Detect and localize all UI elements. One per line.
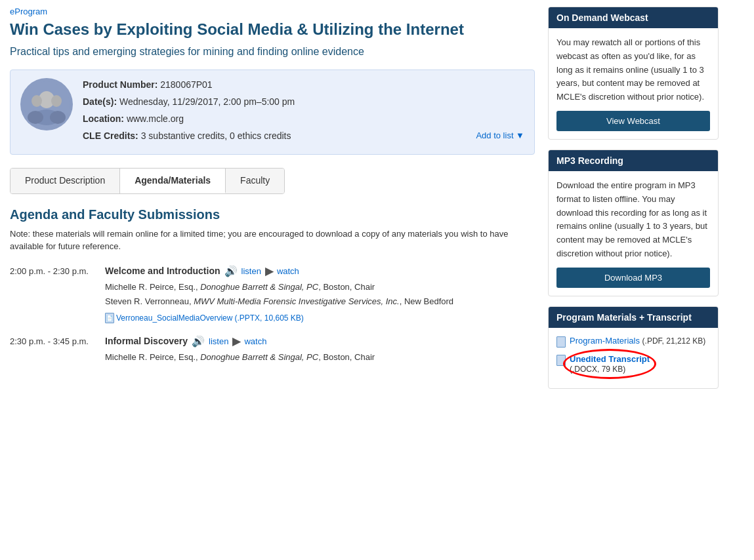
video-icon-2: ▶ [232,335,240,348]
listen-link-1[interactable]: listen [241,266,261,276]
tab-product-description[interactable]: Product Description [10,169,120,193]
file-icon-1: 📄 [105,313,114,323]
watch-link-1[interactable]: watch [277,266,299,276]
session-title-1: Welcome and Introduction 🔊 listen ▶ watc… [105,265,535,277]
agenda-time-2: 2:30 p.m. - 3:45 p.m. [10,335,95,366]
pm-file-content-2: Unedited Transcript (.DOCX, 79 KB) [570,354,650,374]
program-materials-body: Program-Materials (.PDF, 21,212 KB) Uned… [549,328,718,388]
highlight-overlay [563,349,656,379]
listen-link-2[interactable]: listen [209,336,228,346]
session-name-2: Informal Discovery [105,336,188,346]
tab-faculty[interactable]: Faculty [226,169,284,193]
main-content: eProgram Win Cases by Exploiting Social … [10,7,548,389]
svg-point-2 [31,95,42,107]
product-image [20,78,73,130]
product-info-box: Product Number: 2180067P01 Date(s): Wedn… [10,70,535,155]
add-to-list-button[interactable]: Add to list ▼ [476,129,524,142]
cle-value: 3 substantive credits, 0 ethics credits [141,130,291,141]
agenda-body-2: Informal Discovery 🔊 listen ▶ watch Mich… [105,335,535,366]
webcast-text: You may rewatch all or portions of this … [556,37,704,102]
video-icon-1: ▶ [265,265,273,277]
agenda-body-1: Welcome and Introduction 🔊 listen ▶ watc… [105,265,535,323]
webcast-section: On Demand Webcast You may rewatch all or… [548,7,719,140]
file-name-1: Verroneau_SocialMediaOverview [116,313,232,323]
pm-file-ext-1: (.PDF, 21,212 KB) [642,336,706,346]
location-label: Location: [83,113,124,124]
file-ext-1: (.PPTX, 10,605 KB) [234,313,303,323]
mp3-body: Download the entire program in MP3 forma… [549,171,718,296]
session-title-2: Informal Discovery 🔊 listen ▶ watch [105,335,535,348]
product-number-label: Product Number: [83,79,157,90]
dates-row: Date(s): Wednesday, 11/29/2017, 2:00 pm–… [83,95,524,109]
pm-file-ext-2: (.DOCX, 79 KB) [570,365,625,374]
pm-file-1: Program-Materials (.PDF, 21,212 KB) [556,336,710,348]
sidebar: On Demand Webcast You may rewatch all or… [548,7,719,389]
mp3-section: MP3 Recording Download the entire progra… [548,150,719,296]
cle-label: CLE Credits: [83,130,138,141]
svg-point-5 [28,111,43,124]
webcast-header: On Demand Webcast [549,7,718,28]
info-details: Product Number: 2180067P01 Date(s): Wedn… [83,78,524,146]
audio-icon-1: 🔊 [224,265,238,277]
highlight-circle: Unedited Transcript (.DOCX, 79 KB) [570,354,650,374]
dates-value: Wednesday, 11/29/2017, 2:00 pm–5:00 pm [119,96,295,107]
download-mp3-button[interactable]: Download MP3 [556,268,710,288]
audio-icon-2: 🔊 [192,335,205,348]
location-row: Location: www.mcle.org [83,112,524,126]
unedited-transcript-link[interactable]: Unedited Transcript [570,354,650,364]
agenda-item-1: 2:00 p.m. - 2:30 p.m. Welcome and Introd… [10,265,535,323]
speaker-1-1: Michelle R. Peirce, Esq., Donoghue Barre… [105,281,535,294]
agenda-time-1: 2:00 p.m. - 2:30 p.m. [10,265,95,323]
svg-point-6 [50,111,66,124]
file-1: 📄 Verroneau_SocialMediaOverview (.PPTX, … [105,310,535,323]
pm-file-icon-2 [556,355,566,366]
product-number-value: 2180067P01 [160,79,212,90]
product-number-row: Product Number: 2180067P01 [83,78,524,92]
pm-file-content-1: Program-Materials (.PDF, 21,212 KB) [570,336,705,346]
location-value: www.mcle.org [127,113,184,124]
svg-point-3 [51,95,62,107]
agenda-note: Note: these materials will remain online… [10,228,535,253]
session-name-1: Welcome and Introduction [105,266,220,276]
pm-file-icon-1 [556,336,566,348]
webcast-body: You may rewatch all or portions of this … [549,28,718,139]
eprogram-label: eProgram [10,7,535,16]
speaker-1-2: Steven R. Verronneau, MWV Multi-Media Fo… [105,295,535,308]
page-title: Win Cases by Exploiting Social Media & U… [10,19,535,39]
mp3-header: MP3 Recording [549,150,718,171]
pm-file-2: Unedited Transcript (.DOCX, 79 KB) [556,354,710,374]
tab-agenda-materials[interactable]: Agenda/Materials [120,169,226,193]
speaker-2-1: Michelle R. Peirce, Esq., Donoghue Barre… [105,351,535,364]
dates-label: Date(s): [83,96,117,107]
tabs-container: Product Description Agenda/Materials Fac… [10,168,285,194]
cle-row: CLE Credits: 3 substantive credits, 0 et… [83,129,524,143]
mp3-text: Download the entire program in MP3 forma… [556,180,707,258]
agenda-item-2: 2:30 p.m. - 3:45 p.m. Informal Discovery… [10,335,535,366]
view-webcast-button[interactable]: View Webcast [556,111,710,131]
agenda-title: Agenda and Faculty Submissions [10,207,535,222]
watch-link-2[interactable]: watch [244,336,266,346]
program-materials-header: Program Materials + Transcript [549,307,718,328]
program-materials-section: Program Materials + Transcript Program-M… [548,306,719,389]
program-materials-link[interactable]: Program-Materials [570,336,640,346]
file-link-1[interactable]: 📄 Verroneau_SocialMediaOverview (.PPTX, … [105,313,304,323]
page-subtitle: Practical tips and emerging strategies f… [10,45,535,59]
